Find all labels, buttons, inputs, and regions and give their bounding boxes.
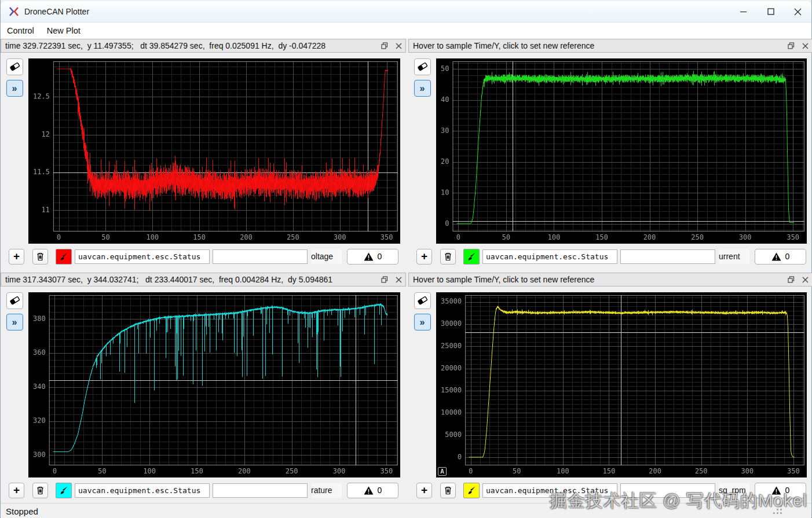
warning-icon: [771, 252, 781, 261]
close-panel-button[interactable]: [392, 273, 405, 286]
close-panel-button[interactable]: [798, 273, 812, 286]
subfield-label[interactable]: rature: [311, 483, 342, 498]
close-panel-button[interactable]: [798, 39, 812, 52]
float-panel-button[interactable]: [378, 39, 392, 52]
menu-control[interactable]: Control: [1, 24, 41, 37]
warning-icon: [364, 252, 374, 261]
error-count-button[interactable]: 0: [347, 483, 398, 498]
close-panel-button[interactable]: [392, 39, 405, 52]
trace-color-swatch[interactable]: [56, 483, 72, 498]
eraser-icon: [9, 295, 20, 306]
float-icon: [381, 42, 388, 49]
dock-header-bottom-left[interactable]: time 317.343077 sec, y 344.032741; dt 23…: [1, 273, 406, 286]
hover-hint-text: Hover to sample Time/Y, click to set new…: [409, 275, 784, 284]
trash-icon: [36, 252, 45, 261]
paintbrush-icon: [59, 486, 69, 495]
hover-hint-text: Hover to sample Time/Y, click to set new…: [409, 41, 784, 50]
warning-icon: [771, 486, 781, 495]
float-icon: [788, 42, 795, 49]
signal-name-input[interactable]: [75, 249, 210, 264]
chevrons-icon: »: [420, 84, 425, 93]
plot-area-current: [436, 58, 807, 244]
error-count-button[interactable]: 0: [347, 249, 398, 264]
menu-new-plot[interactable]: New Plot: [41, 24, 87, 37]
plus-icon: +: [421, 484, 427, 497]
close-icon: [396, 277, 402, 283]
close-icon: [396, 43, 402, 49]
plus-icon: +: [13, 250, 20, 263]
subfield-label[interactable]: oltage: [311, 249, 342, 264]
expand-tools-button[interactable]: »: [6, 80, 23, 97]
eraser-button[interactable]: [6, 292, 23, 309]
autoscale-badge[interactable]: A: [438, 467, 447, 476]
plot-canvas-voltage[interactable]: [28, 58, 400, 244]
app-window: DroneCAN Plotter Control New Plot time 3…: [0, 0, 812, 518]
trace-color-swatch[interactable]: [56, 249, 72, 264]
eraser-button[interactable]: [6, 58, 23, 75]
eraser-button[interactable]: [414, 58, 431, 75]
plot-canvas-current[interactable]: [436, 58, 807, 244]
add-signal-button[interactable]: +: [9, 483, 24, 498]
trace-color-swatch[interactable]: [463, 483, 480, 498]
float-icon: [381, 276, 388, 283]
subfield-label[interactable]: sg_rpm: [719, 483, 749, 498]
signal-controls-bottom-right: + sg_rpm: [408, 477, 812, 503]
maximize-button[interactable]: [757, 1, 784, 22]
expand-tools-button[interactable]: »: [414, 314, 431, 330]
close-button[interactable]: [784, 1, 811, 22]
delete-signal-button[interactable]: [32, 249, 48, 264]
signal-value-input[interactable]: [213, 483, 308, 498]
status-bar: Stopped: [1, 503, 811, 518]
sample-readout-text: time 329.722391 sec, y 11.497355; dt 39.…: [1, 41, 378, 50]
signal-name-input[interactable]: [482, 483, 617, 498]
minimize-button[interactable]: [730, 1, 757, 22]
error-count-value: 0: [785, 252, 790, 261]
error-count-value: 0: [378, 252, 382, 261]
dock-header-bottom-right[interactable]: Hover to sample Time/Y, click to set new…: [408, 273, 812, 286]
eraser-icon: [9, 61, 20, 72]
plot-area-temperature: [28, 292, 400, 477]
subfield-label[interactable]: urrent: [719, 249, 749, 264]
close-icon: [802, 43, 809, 49]
add-signal-button[interactable]: +: [416, 483, 432, 498]
add-signal-button[interactable]: +: [416, 249, 432, 264]
plot-canvas-rpm[interactable]: [436, 292, 807, 477]
paintbrush-icon: [59, 252, 69, 262]
signal-name-input[interactable]: [75, 483, 210, 498]
eraser-icon: [417, 295, 428, 306]
add-signal-button[interactable]: +: [9, 249, 24, 264]
signal-value-input[interactable]: [213, 249, 308, 264]
error-count-button[interactable]: 0: [755, 249, 806, 264]
signal-value-input[interactable]: [620, 483, 715, 498]
float-panel-button[interactable]: [784, 39, 798, 52]
eraser-icon: [417, 61, 428, 72]
expand-tools-button[interactable]: »: [414, 80, 431, 97]
close-icon: [802, 277, 809, 283]
plot-canvas-temperature[interactable]: [28, 292, 400, 477]
float-icon: [788, 276, 795, 283]
delete-signal-button[interactable]: [440, 249, 456, 264]
warning-icon: [364, 486, 374, 495]
window-titlebar: DroneCAN Plotter: [1, 1, 811, 23]
signal-controls-top-left: + oltage: [1, 244, 406, 269]
error-count-button[interactable]: 0: [755, 483, 806, 498]
window-title: DroneCAN Plotter: [24, 7, 89, 16]
delete-signal-button[interactable]: [32, 483, 48, 498]
expand-tools-button[interactable]: »: [6, 314, 23, 330]
dock-header-top-left[interactable]: time 329.722391 sec, y 11.497355; dt 39.…: [1, 39, 406, 53]
signal-controls-bottom-left: + rature: [1, 477, 406, 503]
paintbrush-icon: [467, 252, 477, 262]
signal-name-input[interactable]: [482, 249, 617, 264]
float-panel-button[interactable]: [784, 273, 798, 286]
dock-header-top-right[interactable]: Hover to sample Time/Y, click to set new…: [408, 39, 812, 53]
eraser-button[interactable]: [414, 292, 431, 309]
maximize-icon: [767, 8, 774, 15]
signal-controls-top-right: + urrent: [408, 244, 812, 269]
float-panel-button[interactable]: [378, 273, 392, 286]
signal-value-input[interactable]: [620, 249, 715, 264]
status-text: Stopped: [1, 506, 38, 516]
delete-signal-button[interactable]: [440, 483, 456, 498]
minimize-icon: [740, 8, 747, 16]
trace-color-swatch[interactable]: [463, 249, 480, 264]
trash-icon: [444, 252, 452, 261]
